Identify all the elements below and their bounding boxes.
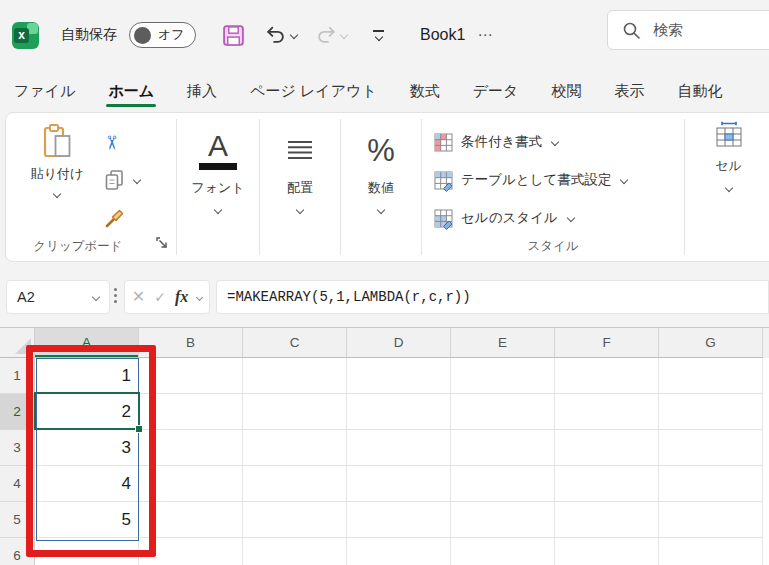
cell-G2[interactable]	[659, 394, 763, 430]
tab-review[interactable]: 校閲	[549, 73, 583, 110]
cell-B5[interactable]	[139, 502, 243, 538]
paste-dropdown-icon[interactable]	[53, 190, 61, 198]
tab-view[interactable]: 表示	[612, 73, 646, 110]
cells-group-button[interactable]: セル	[685, 113, 769, 261]
font-dropdown-icon[interactable]	[214, 206, 222, 214]
font-group-button[interactable]: A フォント	[177, 113, 259, 261]
cell-B4[interactable]	[139, 466, 243, 502]
copy-button[interactable]	[104, 167, 140, 193]
cell-A2[interactable]: 2	[35, 394, 139, 430]
alignment-dropdown-icon[interactable]	[296, 206, 304, 214]
cell-E6[interactable]	[451, 538, 555, 565]
title-more-indicator[interactable]: ⋯	[477, 26, 493, 44]
format-painter-button[interactable]	[104, 205, 140, 231]
cell-E4[interactable]	[451, 466, 555, 502]
cell-E3[interactable]	[451, 430, 555, 466]
cell-D4[interactable]	[347, 466, 451, 502]
cell-D6[interactable]	[347, 538, 451, 565]
row-header-3[interactable]: 3	[0, 430, 35, 466]
insert-function-button[interactable]: fx	[175, 288, 188, 306]
formula-input[interactable]: =MAKEARRAY(5,1,LAMBDA(r,c,r))	[216, 280, 769, 314]
cell-F3[interactable]	[555, 430, 659, 466]
cell-B1[interactable]	[139, 358, 243, 394]
row-header-2[interactable]: 2	[0, 394, 35, 430]
tab-insert[interactable]: 挿入	[185, 73, 219, 110]
number-dropdown-icon[interactable]	[377, 206, 385, 214]
tab-automate[interactable]: 自動化	[675, 73, 724, 110]
workbook-title[interactable]: Book1	[420, 26, 465, 44]
cell-styles-button[interactable]: セルのスタイル	[434, 199, 684, 237]
customize-toolbar-button[interactable]	[373, 30, 384, 40]
cell-G1[interactable]	[659, 358, 763, 394]
cell-E2[interactable]	[451, 394, 555, 430]
cell-F6[interactable]	[555, 538, 659, 565]
column-header-E[interactable]: E	[451, 328, 555, 358]
cell-C4[interactable]	[243, 466, 347, 502]
undo-dropdown-icon[interactable]	[290, 31, 298, 39]
tab-formulas[interactable]: 数式	[408, 73, 442, 110]
row-header-6[interactable]: 6	[0, 538, 35, 565]
cell-D5[interactable]	[347, 502, 451, 538]
autosave-toggle[interactable]: オフ	[129, 22, 196, 48]
cell-G3[interactable]	[659, 430, 763, 466]
column-header-D[interactable]: D	[347, 328, 451, 358]
cell-E1[interactable]	[451, 358, 555, 394]
cell-A6[interactable]	[35, 538, 139, 565]
cells-dropdown-icon[interactable]	[724, 184, 732, 192]
cell-B3[interactable]	[139, 430, 243, 466]
excel-app-icon[interactable]: x	[12, 22, 39, 49]
cell-G4[interactable]	[659, 466, 763, 502]
name-box[interactable]: A2	[6, 280, 110, 314]
search-box[interactable]: 検索	[607, 10, 769, 50]
tab-data[interactable]: データ	[471, 73, 521, 110]
row-header-4[interactable]: 4	[0, 466, 35, 502]
tab-page-layout[interactable]: ページ レイアウト	[248, 73, 379, 110]
cell-G5[interactable]	[659, 502, 763, 538]
tab-file[interactable]: ファイル	[12, 73, 77, 110]
cell-D1[interactable]	[347, 358, 451, 394]
undo-button[interactable]	[265, 24, 297, 46]
column-header-G[interactable]: G	[659, 328, 763, 358]
paste-button[interactable]: 貼り付け	[22, 123, 92, 197]
cell-E5[interactable]	[451, 502, 555, 538]
cell-A3[interactable]: 3	[35, 430, 139, 466]
cell-B2[interactable]	[139, 394, 243, 430]
alignment-group-button[interactable]: 配置	[260, 113, 340, 261]
cell-C2[interactable]	[243, 394, 347, 430]
cell-C6[interactable]	[243, 538, 347, 565]
cell-D3[interactable]	[347, 430, 451, 466]
copy-dropdown-icon[interactable]	[133, 176, 141, 184]
row-header-5[interactable]: 5	[0, 502, 35, 538]
cell-B6[interactable]	[139, 538, 243, 565]
fx-dropdown-icon[interactable]	[196, 293, 203, 300]
column-header-C[interactable]: C	[243, 328, 347, 358]
cell-A1[interactable]: 1	[35, 358, 139, 394]
cell-G6[interactable]	[659, 538, 763, 565]
cell-C5[interactable]	[243, 502, 347, 538]
column-header-B[interactable]: B	[139, 328, 243, 358]
cell-A5[interactable]: 5	[35, 502, 139, 538]
select-all-button[interactable]	[0, 328, 35, 358]
cancel-button[interactable]: ✕	[132, 289, 145, 305]
enter-button[interactable]: ✓	[154, 290, 166, 304]
tab-home[interactable]: ホーム	[106, 73, 156, 110]
conditional-formatting-button[interactable]: 条件付き書式	[434, 123, 684, 161]
cell-F1[interactable]	[555, 358, 659, 394]
column-header-A[interactable]: A	[35, 328, 139, 358]
cell-C1[interactable]	[243, 358, 347, 394]
cell-F2[interactable]	[555, 394, 659, 430]
fill-handle[interactable]	[135, 425, 143, 433]
row-header-1[interactable]: 1	[0, 358, 35, 394]
cell-C3[interactable]	[243, 430, 347, 466]
formula-bar-grip[interactable]	[114, 288, 117, 303]
cell-F5[interactable]	[555, 502, 659, 538]
save-button[interactable]	[222, 24, 245, 47]
format-as-table-button[interactable]: テーブルとして書式設定	[434, 161, 684, 199]
column-header-F[interactable]: F	[555, 328, 659, 358]
cell-A4[interactable]: 4	[35, 466, 139, 502]
cell-F4[interactable]	[555, 466, 659, 502]
cut-button[interactable]: ✂	[104, 129, 140, 155]
cell-D2[interactable]	[347, 394, 451, 430]
name-box-dropdown-icon[interactable]	[92, 293, 100, 301]
number-group-button[interactable]: % 数値	[341, 113, 421, 261]
